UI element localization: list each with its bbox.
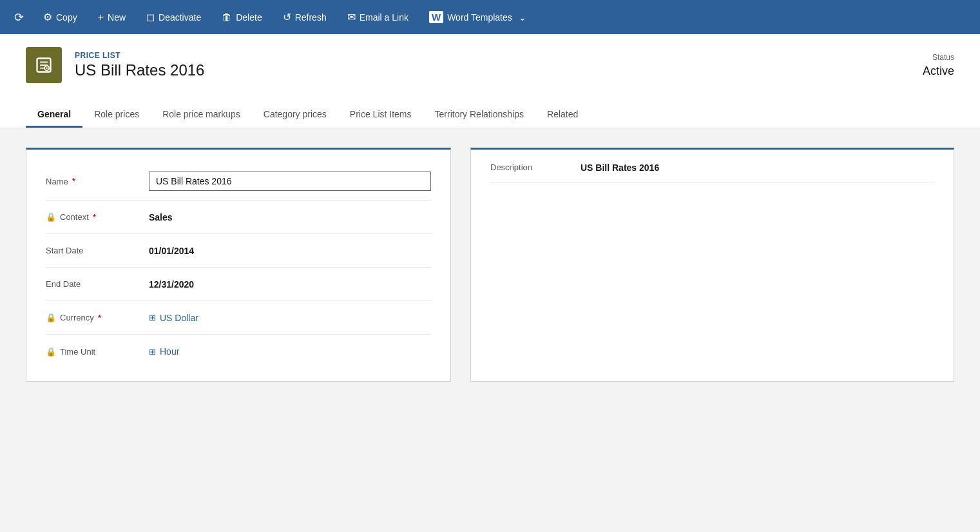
- home-button[interactable]: ⟳: [5, 0, 33, 34]
- delete-icon: 🗑: [222, 12, 232, 23]
- name-input[interactable]: [149, 172, 431, 191]
- main-content: Name * 🔒 Context * Sales Start Date 01/0…: [0, 128, 980, 401]
- field-label-time-unit: 🔒 Time Unit: [46, 347, 149, 357]
- tab-general[interactable]: General: [26, 103, 82, 128]
- field-label-context: 🔒 Context *: [46, 212, 149, 222]
- field-row-time-unit: 🔒 Time Unit ⊞ Hour: [46, 335, 431, 368]
- email-icon: ✉: [347, 11, 356, 23]
- record-title-area: PRICE LIST US Bill Rates 2016: [75, 51, 204, 79]
- description-row: Description US Bill Rates 2016: [490, 163, 934, 182]
- tabs: General Role prices Role price markups C…: [26, 103, 954, 128]
- toolbar: ⟳ ⚙ Copy + New ◻ Deactivate 🗑 Delete ↺ R…: [0, 0, 980, 34]
- tab-price-list-items[interactable]: Price List Items: [338, 103, 423, 128]
- refresh-button[interactable]: ↺ Refresh: [273, 0, 337, 34]
- record-type: PRICE LIST: [75, 51, 204, 60]
- field-row-name: Name *: [46, 163, 431, 201]
- home-icon: ⟳: [14, 10, 24, 25]
- form-panel: Name * 🔒 Context * Sales Start Date 01/0…: [26, 148, 451, 382]
- word-icon: W: [429, 11, 443, 23]
- record-icon: [26, 47, 62, 83]
- header-section: PRICE LIST US Bill Rates 2016 Status Act…: [0, 34, 980, 128]
- description-panel: Description US Bill Rates 2016: [470, 148, 954, 382]
- field-label-start-date: Start Date: [46, 246, 149, 255]
- delete-button[interactable]: 🗑 Delete: [211, 0, 272, 34]
- deactivate-button[interactable]: ◻ Deactivate: [136, 0, 211, 34]
- currency-link[interactable]: ⊞ US Dollar: [149, 313, 198, 323]
- new-button[interactable]: + New: [88, 0, 136, 34]
- new-icon: +: [98, 12, 104, 23]
- word-templates-button[interactable]: W Word Templates ⌄: [419, 0, 537, 34]
- field-label-name: Name *: [46, 176, 149, 186]
- deactivate-icon: ◻: [146, 11, 155, 23]
- tab-category-prices[interactable]: Category prices: [252, 103, 338, 128]
- time-unit-link[interactable]: ⊞ Hour: [149, 346, 179, 357]
- copy-icon: ⚙: [43, 11, 52, 23]
- field-row-currency: 🔒 Currency * ⊞ US Dollar: [46, 301, 431, 335]
- lock-icon-currency: 🔒: [46, 313, 56, 322]
- field-row-end-date: End Date 12/31/2020: [46, 268, 431, 301]
- context-value: Sales: [149, 212, 431, 222]
- start-date-value: 01/01/2014: [149, 246, 431, 256]
- word-templates-chevron: ⌄: [519, 12, 526, 23]
- copy-button[interactable]: ⚙ Copy: [33, 0, 88, 34]
- field-row-context: 🔒 Context * Sales: [46, 201, 431, 234]
- field-label-end-date: End Date: [46, 279, 149, 289]
- end-date-value: 12/31/2020: [149, 279, 431, 290]
- tab-role-price-markups[interactable]: Role price markups: [151, 103, 252, 128]
- required-star-context: *: [93, 212, 96, 222]
- record-header: PRICE LIST US Bill Rates 2016 Status Act…: [26, 47, 954, 96]
- email-link-button[interactable]: ✉ Email a Link: [337, 0, 419, 34]
- field-row-start-date: Start Date 01/01/2014: [46, 234, 431, 268]
- time-unit-link-icon: ⊞: [149, 347, 156, 357]
- price-list-svg-icon: [35, 56, 53, 74]
- status-area: Status Active: [923, 53, 954, 78]
- currency-link-icon: ⊞: [149, 313, 156, 322]
- lock-icon-context: 🔒: [46, 212, 56, 222]
- tab-role-prices[interactable]: Role prices: [82, 103, 151, 128]
- field-label-currency: 🔒 Currency *: [46, 313, 149, 323]
- lock-icon-time-unit: 🔒: [46, 347, 56, 357]
- tab-related[interactable]: Related: [535, 103, 590, 128]
- description-value: US Bill Rates 2016: [581, 163, 659, 173]
- status-value: Active: [923, 64, 954, 78]
- status-label: Status: [923, 53, 954, 62]
- required-star-currency: *: [98, 313, 101, 323]
- description-label: Description: [490, 163, 568, 173]
- tab-territory-relationships[interactable]: Territory Relationships: [423, 103, 536, 128]
- refresh-icon: ↺: [283, 11, 291, 23]
- required-star-name: *: [72, 176, 75, 186]
- record-name: US Bill Rates 2016: [75, 61, 204, 79]
